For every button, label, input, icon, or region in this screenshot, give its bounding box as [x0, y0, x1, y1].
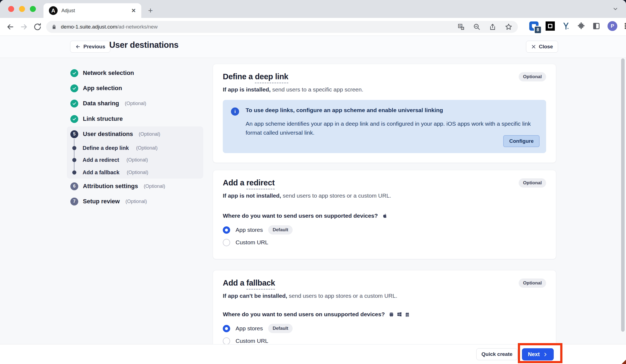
- redirect-question: Where do you want to send users on suppo…: [223, 213, 546, 219]
- step-network-selection[interactable]: Network selection: [70, 67, 140, 79]
- step-number-badge: 7: [70, 198, 78, 205]
- minimize-window-icon[interactable]: [19, 6, 25, 12]
- radio-unselected-icon[interactable]: [223, 239, 230, 246]
- substep-dot-icon: [72, 170, 76, 175]
- deep-link-card-title: Define a deep link: [223, 72, 288, 81]
- translate-icon[interactable]: G文: [458, 23, 465, 30]
- previous-button[interactable]: Previous: [70, 41, 110, 53]
- windows-icon: [397, 312, 402, 317]
- step-attribution-settings[interactable]: 6 Attribution settings(Optional): [70, 180, 165, 192]
- step-setup-review[interactable]: 7 Setup review(Optional): [70, 195, 147, 207]
- info-icon: i: [231, 107, 239, 116]
- configure-button[interactable]: Configure: [503, 135, 540, 147]
- redirect-card: Add a redirect Optional If app is not in…: [213, 170, 556, 259]
- step-done-check-icon: [70, 115, 78, 123]
- radio-unselected-icon[interactable]: [223, 337, 230, 345]
- fallback-question: Where do you want to send users on unsup…: [223, 311, 546, 318]
- optional-badge: Optional: [519, 178, 546, 188]
- extension-badge: 8: [534, 26, 542, 34]
- browser-window: A Adjust ✕ + demo-1.suite.adjust.com/ad-…: [0, 0, 626, 364]
- tab-strip: A Adjust ✕ +: [0, 0, 626, 18]
- forward-icon[interactable]: [20, 23, 28, 31]
- default-badge: Default: [268, 324, 293, 333]
- tab-title: Adjust: [61, 8, 127, 14]
- zoom-window-icon[interactable]: [30, 6, 36, 12]
- close-button[interactable]: Close: [526, 41, 558, 53]
- substep-add-a-fallback[interactable]: Add a fallback(Optional): [72, 167, 148, 177]
- fallback-option-app-stores[interactable]: App stores Default: [223, 324, 546, 333]
- back-icon[interactable]: [6, 23, 15, 31]
- fallback-card-lead: If app can't be installed, send users to…: [223, 293, 546, 299]
- svg-text:文: 文: [462, 27, 464, 30]
- step-done-check-icon: [70, 69, 78, 77]
- url-text: demo-1.suite.adjust.com/ad-networks/new: [61, 24, 158, 30]
- tab-search-chevron-icon[interactable]: [612, 6, 618, 12]
- quick-create-button[interactable]: Quick create: [476, 348, 518, 360]
- step-done-check-icon: [70, 84, 78, 92]
- step-data-sharing[interactable]: Data sharing(Optional): [70, 97, 146, 109]
- url-bar[interactable]: demo-1.suite.adjust.com/ad-networks/new …: [46, 21, 518, 33]
- app-store-building-icon: [405, 312, 410, 317]
- step-done-check-icon: [70, 100, 78, 107]
- extensions-puzzle-icon[interactable]: [577, 22, 585, 30]
- tab-close-icon[interactable]: ✕: [131, 7, 136, 14]
- substep-dot-icon: [72, 158, 76, 162]
- redirect-option-app-stores[interactable]: App stores Default: [223, 226, 546, 234]
- fallback-card-title: Add a fallback: [223, 278, 275, 287]
- site-security-lock-icon[interactable]: [52, 24, 57, 30]
- substep-add-a-redirect[interactable]: Add a redirect(Optional): [72, 155, 148, 165]
- default-badge: Default: [268, 225, 293, 235]
- side-panel-icon[interactable]: [592, 22, 600, 30]
- fork-extension-icon[interactable]: [562, 22, 570, 30]
- redirect-card-title: Add a redirect: [223, 178, 275, 187]
- substep-dot-icon: [72, 146, 76, 150]
- browser-menu-icon[interactable]: •••: [624, 23, 626, 29]
- reload-icon[interactable]: [33, 23, 42, 31]
- fallback-card: Add a fallback Optional If app can't be …: [213, 270, 556, 350]
- adjust-favicon-icon: A: [49, 6, 58, 15]
- step-link-structure[interactable]: Link structure: [70, 113, 129, 125]
- bookmark-star-icon[interactable]: [505, 23, 512, 31]
- profile-avatar[interactable]: P: [608, 21, 617, 31]
- close-window-icon[interactable]: [8, 6, 14, 12]
- dark-square-extension-icon[interactable]: [546, 21, 555, 31]
- radio-selected-icon[interactable]: [223, 226, 230, 234]
- apple-icon: [382, 213, 388, 219]
- arrow-left-icon: [75, 44, 81, 49]
- radio-selected-icon[interactable]: [223, 325, 230, 332]
- vertical-scrollbar-thumb[interactable]: [621, 58, 625, 332]
- share-icon[interactable]: [489, 23, 496, 30]
- deep-link-info-banner: i To use deep links, configure an app sc…: [223, 100, 546, 153]
- banner-body: An app scheme identifies your app in a d…: [246, 119, 538, 137]
- redirect-option-custom-url[interactable]: Custom URL: [223, 238, 546, 247]
- optional-badge: Optional: [519, 72, 546, 81]
- browser-tab[interactable]: A Adjust ✕: [43, 3, 141, 18]
- zoom-icon[interactable]: [473, 23, 480, 30]
- password-extension-icon[interactable]: 8: [529, 21, 539, 31]
- window-controls: [8, 6, 36, 12]
- optional-badge: Optional: [519, 278, 546, 288]
- step-number-badge: 5: [70, 130, 78, 138]
- new-tab-icon[interactable]: +: [148, 7, 153, 15]
- substep-define-a-deep-link[interactable]: Define a deep link(Optional): [72, 143, 158, 153]
- deep-link-card: Define a deep link Optional If app is in…: [213, 64, 556, 163]
- annotation-highlight-box: [518, 343, 562, 363]
- step-number-badge: 6: [70, 182, 78, 190]
- step-user-destinations[interactable]: 5 User destinations(Optional): [70, 128, 160, 140]
- banner-heading: To use deep links, configure an app sche…: [246, 107, 443, 113]
- step-app-selection[interactable]: App selection: [70, 82, 128, 94]
- deep-link-card-lead: If app is installed, send users to a spe…: [223, 86, 546, 93]
- android-icon: [389, 312, 394, 317]
- close-icon: [531, 44, 536, 49]
- redirect-card-lead: If app is not installed, send users to a…: [223, 192, 546, 199]
- page-title: User destinations: [109, 40, 179, 50]
